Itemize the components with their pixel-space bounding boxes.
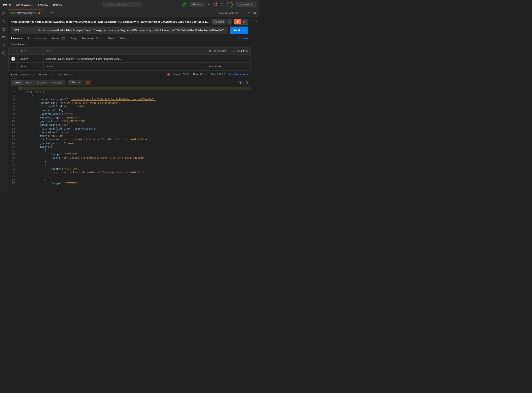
active-dot-icon	[21, 38, 23, 39]
param-checkbox[interactable]: ✓	[11, 57, 15, 60]
svg-point-14	[254, 13, 255, 14]
settings-icon[interactable]	[214, 3, 217, 6]
new-tab-button[interactable]: +	[46, 11, 48, 15]
cookies-link[interactable]: Cookies	[239, 37, 248, 40]
mock-icon[interactable]	[2, 36, 6, 39]
send-button[interactable]: Send	[230, 27, 248, 34]
wrap-lines-button[interactable]	[84, 80, 91, 85]
tab-headers[interactable]: Headers (8)	[51, 37, 65, 40]
chevron-down-icon	[32, 5, 33, 6]
pencil-icon	[236, 20, 239, 23]
save-options-button[interactable]	[227, 19, 232, 25]
svg-point-5	[208, 4, 209, 5]
history-icon[interactable]	[2, 51, 6, 55]
response-tab-test-results[interactable]: Test Results	[59, 73, 73, 76]
save-response-button[interactable]: Save Response	[228, 73, 248, 76]
svg-line-10	[3, 21, 5, 22]
tab-params[interactable]: Params	[11, 37, 23, 40]
copy-icon[interactable]	[239, 81, 242, 84]
comment-mode-button[interactable]	[241, 19, 248, 24]
param-value-input[interactable]: resource_type:Segment AND connectivity_p…	[44, 55, 206, 63]
bulk-edit-button[interactable]: Bulk Edit	[237, 50, 248, 53]
param-desc-input[interactable]	[206, 55, 251, 63]
table-options-button[interactable]: •••	[232, 50, 235, 53]
sync-icon[interactable]	[182, 2, 187, 7]
svg-point-2	[193, 4, 194, 5]
chevron-down-icon	[248, 12, 250, 14]
network-icon[interactable]	[167, 73, 170, 76]
view-pretty[interactable]: Pretty	[11, 80, 23, 85]
params-table: KEY VALUE DESCRIPTION ••• Bulk Edit	[8, 47, 251, 70]
avatar[interactable]	[227, 2, 233, 7]
bell-icon[interactable]	[220, 3, 224, 6]
search-icon[interactable]	[245, 81, 248, 84]
code-icon[interactable]	[254, 20, 257, 23]
tab-method-label: GET	[11, 12, 15, 14]
view-raw[interactable]: Raw	[23, 80, 34, 85]
svg-point-0	[105, 4, 107, 5]
active-dot-icon	[44, 38, 46, 39]
query-params-label: Query Params	[8, 42, 251, 47]
svg-line-1	[107, 5, 107, 6]
response-body[interactable]: 1{2 "results": [3 {4 "connectivity_path"…	[8, 87, 251, 186]
nav-reports[interactable]: Reports	[38, 3, 48, 6]
tabs-bar: GET https://nsxtmgr-z... + ••• No Enviro…	[8, 9, 259, 17]
svg-rect-20	[241, 82, 242, 84]
monitor-icon[interactable]	[2, 44, 6, 47]
tab-options-button[interactable]: •••	[51, 11, 54, 15]
collections-icon[interactable]	[2, 12, 6, 15]
col-value: VALUE	[44, 48, 206, 55]
unsaved-indicator-icon	[39, 12, 40, 14]
svg-line-22	[247, 83, 248, 84]
topbar: Home Workspaces Reports Explore Search P…	[0, 0, 259, 9]
svg-rect-7	[3, 12, 5, 15]
response-tab-headers[interactable]: Headers (17)	[39, 73, 54, 76]
save-button[interactable]: Save	[212, 19, 226, 25]
tab-settings[interactable]: Settings	[119, 37, 128, 40]
svg-rect-11	[3, 29, 5, 31]
param-key-input[interactable]: Key	[18, 63, 43, 70]
env-icon[interactable]	[2, 28, 6, 31]
save-icon	[214, 20, 217, 23]
invite-button[interactable]: Invite	[190, 2, 204, 7]
upgrade-button[interactable]: Upgrade	[236, 2, 256, 7]
edit-mode-button[interactable]	[234, 19, 241, 24]
nav-explore[interactable]: Explore	[53, 3, 62, 6]
wrap-icon	[87, 81, 89, 84]
view-visualize[interactable]: Visualize	[49, 80, 65, 85]
chevron-down-icon	[251, 4, 252, 5]
search-input[interactable]: Search Postman	[102, 2, 142, 7]
param-value-input[interactable]: Value	[44, 63, 206, 70]
time-label: Time: 371 ms	[193, 73, 207, 76]
tab-body[interactable]: Body	[70, 37, 76, 40]
col-description: DESCRIPTION ••• Bulk Edit	[206, 48, 251, 55]
topbar-nav: Home Workspaces Reports Explore	[3, 3, 63, 6]
env-quicklook-icon[interactable]	[253, 11, 256, 15]
tab-title: https://nsxtmgr-z...	[17, 12, 37, 15]
tab-tests[interactable]: Tests	[108, 37, 114, 40]
param-desc-input[interactable]: Description	[206, 63, 251, 70]
environment-selector[interactable]: No Environment	[219, 11, 246, 15]
nav-home[interactable]: Home	[3, 3, 11, 6]
param-row: ✓ query resource_type:Segment AND connec…	[9, 55, 251, 63]
format-select[interactable]: JSON	[68, 80, 83, 85]
request-name[interactable]: https://nsxtmgr-z67.sddc.lab/policy/api/…	[11, 20, 209, 23]
chevron-down-icon	[247, 74, 248, 75]
chevron-down-icon	[29, 30, 31, 31]
search-icon	[105, 3, 108, 6]
col-key: KEY	[18, 48, 43, 55]
capture-icon[interactable]	[207, 3, 211, 6]
view-preview[interactable]: Preview	[34, 80, 49, 85]
param-key-input[interactable]: query	[18, 55, 43, 63]
tab-prerequest[interactable]: Pre-request Script	[82, 37, 103, 40]
nav-workspaces[interactable]: Workspaces	[15, 3, 33, 6]
api-icon[interactable]	[2, 20, 6, 23]
left-sidebar	[0, 9, 8, 192]
request-tab[interactable]: GET https://nsxtmgr-z...	[8, 9, 43, 17]
tab-authorization[interactable]: Authorization	[28, 37, 46, 40]
chevron-down-icon	[243, 30, 245, 31]
method-select[interactable]: GET	[11, 27, 34, 34]
url-input[interactable]: https://nsxtmgr-z67.sddc.lab/policy/api/…	[34, 27, 228, 34]
response-tab-cookies[interactable]: Cookies (1)	[21, 73, 34, 76]
response-tab-body[interactable]: Body	[11, 73, 17, 76]
